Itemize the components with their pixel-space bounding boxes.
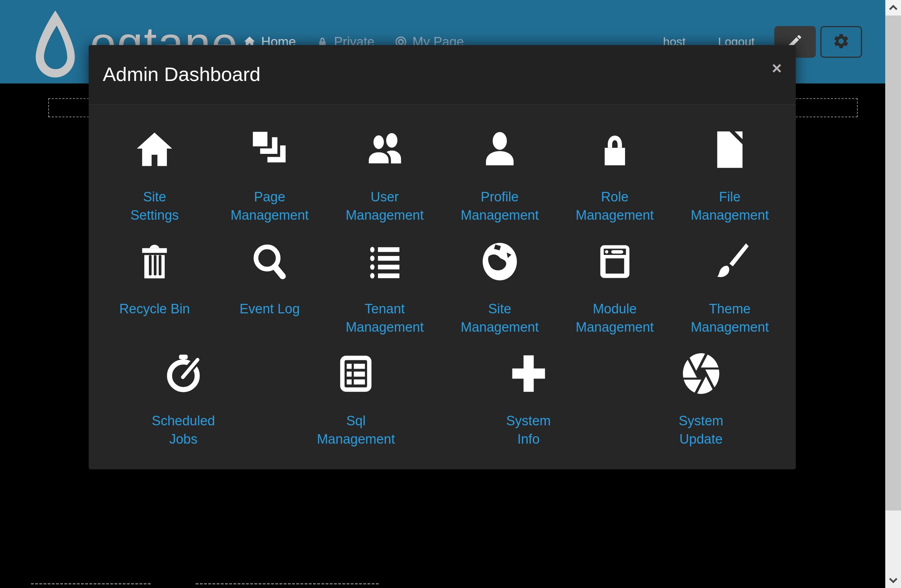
- trash-icon: [132, 240, 176, 284]
- tile-row-3: Scheduled JobsSql ManagementSystem InfoS…: [97, 352, 787, 448]
- tile-label: Tenant Management: [346, 299, 424, 336]
- tile-label: Module Management: [576, 299, 654, 336]
- tile-label: System Update: [679, 412, 723, 448]
- stopwatch-icon: [162, 352, 205, 395]
- logo-drop-icon: [25, 11, 85, 83]
- modal-header: Admin Dashboard ×: [89, 45, 796, 104]
- aperture-icon: [679, 352, 723, 395]
- tile-theme-management[interactable]: Theme Management: [672, 240, 787, 336]
- tile-label: Role Management: [576, 188, 654, 224]
- pages-icon: [248, 128, 292, 172]
- tile-label: Recycle Bin: [119, 299, 190, 318]
- tile-label: Sql Management: [317, 412, 395, 448]
- scrollbar-thumb[interactable]: [885, 16, 901, 510]
- tile-label: User Management: [346, 188, 424, 224]
- tile-label: Site Settings: [131, 188, 179, 224]
- tile-role-management[interactable]: Role Management: [557, 128, 672, 224]
- tile-label: Theme Management: [691, 299, 769, 336]
- tile-event-log[interactable]: Event Log: [212, 240, 327, 336]
- page-settings-button[interactable]: [820, 26, 862, 58]
- tile-row-2: Recycle BinEvent LogTenant ManagementSit…: [97, 240, 787, 336]
- chevron-down-icon: [888, 576, 898, 584]
- tile-site-management[interactable]: Site Management: [442, 240, 557, 336]
- tile-label: File Management: [691, 188, 769, 224]
- scroll-up-button[interactable]: [885, 0, 901, 16]
- tile-label: System Info: [506, 412, 551, 448]
- gear-icon: [832, 33, 850, 51]
- tile-system-update[interactable]: System Update: [615, 352, 787, 448]
- admin-dashboard-modal: Admin Dashboard × Site SettingsPage Mana…: [89, 45, 796, 469]
- list-icon: [363, 240, 407, 284]
- tile-tenant-management[interactable]: Tenant Management: [327, 240, 443, 336]
- tile-page-management[interactable]: Page Management: [212, 128, 327, 224]
- close-icon[interactable]: ×: [770, 58, 784, 79]
- tile-label: Scheduled Jobs: [152, 412, 215, 448]
- tile-label: Site Management: [461, 299, 539, 336]
- lock-icon: [593, 128, 637, 172]
- tile-row-1: Site SettingsPage ManagementUser Managem…: [97, 128, 787, 224]
- tile-label: Page Management: [231, 188, 309, 224]
- tile-scheduled-jobs[interactable]: Scheduled Jobs: [97, 352, 270, 448]
- admin-tiles-grid: Site SettingsPage ManagementUser Managem…: [89, 104, 796, 482]
- person-icon: [478, 128, 522, 172]
- tile-file-management[interactable]: File Management: [672, 128, 787, 224]
- home-icon: [132, 128, 176, 172]
- window-icon: [593, 240, 637, 284]
- tile-user-management[interactable]: User Management: [327, 128, 443, 224]
- tile-sql-management[interactable]: Sql Management: [270, 352, 442, 448]
- vertical-scrollbar: [885, 0, 901, 588]
- tile-label: Profile Management: [461, 188, 539, 224]
- table-icon: [334, 352, 378, 395]
- file-icon: [708, 128, 752, 172]
- tile-label: Event Log: [240, 299, 300, 318]
- tile-site-settings[interactable]: Site Settings: [97, 128, 212, 224]
- scroll-down-button[interactable]: [885, 572, 901, 588]
- globe-icon: [478, 240, 522, 284]
- tile-profile-management[interactable]: Profile Management: [442, 128, 557, 224]
- search-icon: [248, 240, 292, 284]
- clipped-bottom-content: [0, 583, 901, 588]
- plus-icon: [507, 352, 550, 395]
- tile-system-info[interactable]: System Info: [443, 352, 615, 448]
- brush-icon: [708, 240, 752, 284]
- users-icon: [363, 128, 407, 172]
- modal-title: Admin Dashboard: [103, 63, 260, 86]
- chevron-up-icon: [888, 4, 898, 12]
- tile-module-management[interactable]: Module Management: [557, 240, 672, 336]
- tile-recycle-bin[interactable]: Recycle Bin: [97, 240, 212, 336]
